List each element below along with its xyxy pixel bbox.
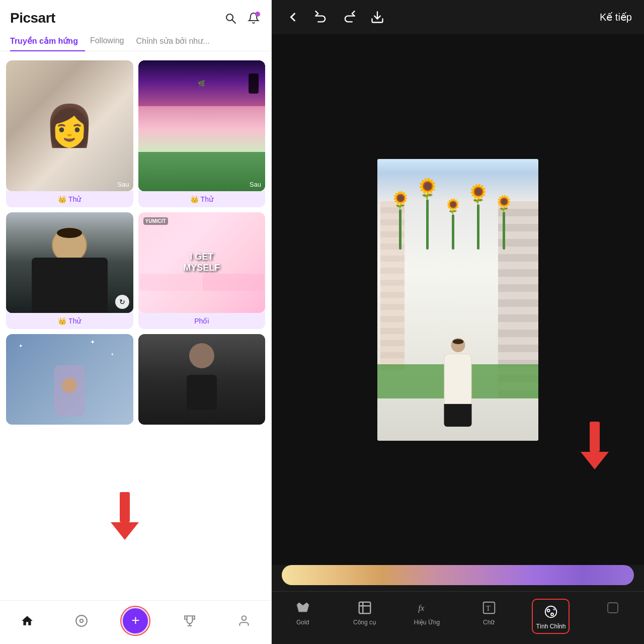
text-icon: T [480, 599, 498, 617]
yumicit-label: YUMICIT [143, 217, 168, 225]
svg-point-12 [545, 606, 557, 618]
right-panel: Kế tiếp 🌻 🌻 [272, 0, 644, 644]
toolbar-gold[interactable]: Gold [283, 599, 323, 626]
red-arrow-right [581, 422, 609, 469]
notification-icon[interactable] [246, 11, 261, 26]
svg-point-2 [76, 615, 87, 626]
nav-explore[interactable] [54, 614, 109, 628]
content-area: Sau 👑 Thử 🌿 S [0, 56, 271, 600]
crop-icon [356, 599, 374, 617]
phoi-button-4[interactable]: Phối [138, 313, 266, 329]
cong-cu-label: Công cụ [353, 619, 376, 626]
editor-toolbar: Gold Công cụ fx [272, 591, 644, 644]
next-button[interactable]: Kế tiếp [600, 11, 632, 23]
tab-inspiration[interactable]: Truyền cảm hứng [10, 31, 85, 51]
canvas-image: 🌻 🌻 🌻 🌻 [377, 159, 538, 441]
gold-label: Gold [296, 619, 309, 626]
red-arrow-left [111, 492, 139, 540]
svg-rect-15 [608, 603, 618, 613]
color-gradient-bar[interactable] [282, 565, 634, 585]
svg-text:T: T [486, 604, 490, 612]
grid-image-2: 🌿 Sau [138, 60, 266, 191]
try-button-2[interactable]: 👑 Thử [138, 191, 266, 207]
header-left-controls [284, 8, 386, 26]
sau-label-2: Sau [250, 181, 261, 188]
canvas-area: 🌻 🌻 🌻 🌻 [272, 34, 644, 565]
toolbar-extra[interactable] [593, 599, 633, 617]
collage-center-text: I GETMYSELF [183, 252, 220, 273]
grid-image-5: ✦ ✦ ✦ [6, 334, 133, 425]
toolbar-tinh-chinh[interactable]: Tính Chỉnh [531, 599, 571, 634]
gold-icon [294, 599, 312, 617]
add-button[interactable]: + [121, 607, 149, 635]
toolbar-cong-cu[interactable]: Công cụ [345, 599, 385, 626]
svg-line-1 [232, 20, 236, 24]
masonry-grid: Sau 👑 Thử 🌿 S [6, 60, 265, 425]
canvas-inner: 🌻 🌻 🌻 🌻 [377, 159, 538, 441]
grid-image-6 [138, 334, 266, 425]
toolbar-items: Gold Công cụ fx [272, 599, 644, 634]
grid-card-3[interactable]: ↻ 👑 Thử [6, 212, 133, 329]
try-button-3[interactable]: 👑 Thử [6, 313, 133, 329]
explore-icon [74, 614, 89, 628]
header-icons [223, 11, 261, 26]
svg-point-4 [242, 616, 247, 620]
chu-label: Chữ [483, 619, 495, 626]
redo-button[interactable] [340, 8, 358, 26]
grid-card-4[interactable]: YUMICIT I GETMYSELF Phối [138, 212, 266, 329]
nav-trophy[interactable] [163, 614, 217, 628]
add-icon: + [131, 613, 139, 627]
nav-home[interactable] [0, 614, 54, 628]
back-button[interactable] [284, 8, 302, 26]
nav-add[interactable]: + [109, 607, 163, 635]
person-figure [444, 338, 472, 427]
undo-button[interactable] [312, 8, 330, 26]
grid-card-1[interactable]: Sau 👑 Thử [6, 60, 133, 207]
download-button[interactable] [368, 8, 386, 26]
tinh-chinh-label: Tính Chỉnh [536, 623, 566, 630]
app-header: Picsart [0, 0, 271, 31]
toolbar-hieu-ung[interactable]: fx Hiệu Ứng [407, 599, 447, 626]
svg-rect-6 [359, 602, 371, 614]
grid-card-5[interactable]: ✦ ✦ ✦ [6, 334, 133, 425]
trophy-icon [183, 614, 197, 628]
grid-image-3: ↻ [6, 212, 133, 313]
grid-card-6[interactable] [138, 334, 266, 425]
tab-edited[interactable]: Chỉnh sửa bởi như... [136, 31, 217, 51]
svg-point-3 [79, 619, 83, 623]
grid-image-4: YUMICIT I GETMYSELF [138, 212, 266, 313]
tinh-chinh-icon [542, 603, 560, 621]
home-icon [20, 614, 34, 628]
tabs-bar: Truyền cảm hứng Following Chỉnh sửa bởi … [0, 31, 271, 51]
profile-icon [237, 614, 251, 628]
search-icon[interactable] [223, 11, 238, 26]
grid-card-2[interactable]: 🌿 Sau 👑 Thử [138, 60, 266, 207]
left-panel: Picsart Truyền cảm hứng Following [0, 0, 272, 644]
bottom-nav: + [0, 600, 271, 644]
app-logo: Picsart [10, 10, 55, 26]
extra-icon [604, 599, 622, 617]
fx-icon: fx [418, 599, 436, 617]
toolbar-chu[interactable]: T Chữ [469, 599, 509, 626]
tinh-chinh-box: Tính Chỉnh [532, 599, 570, 634]
svg-point-14 [551, 613, 553, 616]
editor-header: Kế tiếp [272, 0, 644, 34]
svg-point-13 [547, 609, 549, 612]
nav-profile[interactable] [217, 614, 271, 628]
flowers-group: 🌻 🌻 🌻 🌻 [390, 187, 513, 250]
grid-image-1: Sau [6, 60, 133, 191]
hieu-ung-label: Hiệu Ứng [414, 619, 440, 626]
tab-following[interactable]: Following [90, 31, 131, 51]
svg-text:fx: fx [419, 603, 425, 613]
notification-badge [255, 12, 260, 17]
refresh-icon-3[interactable]: ↻ [115, 295, 129, 309]
sau-label-1: Sau [117, 181, 129, 188]
try-button-1[interactable]: 👑 Thử [6, 191, 133, 207]
